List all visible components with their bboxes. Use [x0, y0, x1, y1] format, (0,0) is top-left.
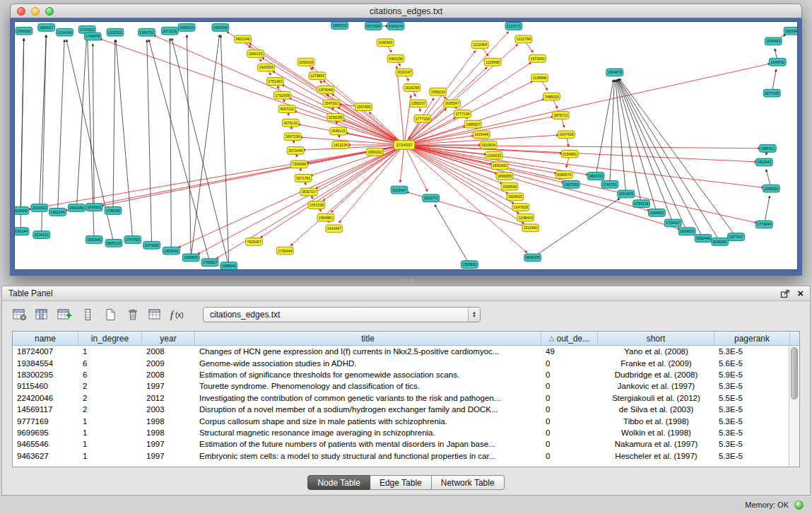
graph-node[interactable]: 1095426: [377, 39, 394, 47]
cell-pagerank[interactable]: 5.5E-5: [714, 394, 790, 402]
graph-node[interactable]: 1774049: [755, 221, 772, 228]
graph-node[interactable]: 1734427: [664, 219, 681, 227]
graph-edge[interactable]: [404, 145, 757, 223]
graph-node[interactable]: 1864052: [649, 209, 666, 216]
vertical-scrollbar[interactable]: [789, 346, 799, 467]
graph-edge[interactable]: [76, 37, 86, 208]
zoom-window-button[interactable]: [45, 7, 54, 16]
cell-in_degree[interactable]: 6: [78, 370, 142, 379]
cell-name[interactable]: 18300295: [13, 370, 78, 379]
graph-node[interactable]: 8096574: [555, 171, 572, 179]
cell-year[interactable]: 1998: [142, 417, 195, 426]
cell-out_de[interactable]: 0: [541, 452, 598, 460]
graph-node[interactable]: 1558237: [410, 100, 427, 107]
cell-short[interactable]: Dudbridge et al. (2008): [598, 370, 714, 379]
cell-year[interactable]: 2009: [142, 359, 195, 368]
graph-node[interactable]: 1413134: [332, 141, 349, 149]
table-row[interactable]: 1938455462009Genome-wide association stu…: [13, 357, 799, 368]
graph-node[interactable]: 1746751: [601, 180, 618, 188]
cell-year[interactable]: 2008: [142, 370, 195, 379]
graph-edge[interactable]: [404, 51, 476, 145]
graph-node[interactable]: 1747055: [124, 236, 141, 244]
graph-node[interactable]: 1607935: [563, 180, 579, 188]
graph-edge[interactable]: [369, 112, 404, 145]
graph-node[interactable]: 3073445: [287, 146, 304, 154]
graph-edge[interactable]: [220, 35, 229, 267]
graph-node[interactable]: 1547455: [355, 103, 372, 111]
graph-node[interactable]: 3607159: [284, 133, 301, 141]
table-row[interactable]: 911546021997Tourette syndrome. Phenomeno…: [13, 380, 799, 392]
cell-out_de[interactable]: 0: [541, 382, 598, 390]
column-visibility-icon[interactable]: [33, 305, 52, 324]
graph-node[interactable]: 1736444: [276, 247, 293, 255]
graph-node[interactable]: 1248419: [517, 214, 534, 221]
scrollbar-thumb[interactable]: [791, 347, 798, 399]
graph-node[interactable]: 1030295: [327, 114, 344, 122]
delete-column-icon[interactable]: [124, 305, 142, 324]
graph-node[interactable]: 1504925: [507, 193, 524, 201]
graph-node[interactable]: 1685927: [464, 120, 481, 128]
column-header-short[interactable]: short: [598, 332, 714, 345]
cell-name[interactable]: 19384554: [13, 359, 78, 368]
cell-title[interactable]: Corpus callosum shape and size in male p…: [195, 417, 541, 426]
cell-name[interactable]: 14569117: [13, 405, 78, 414]
graph-node[interactable]: 1602442: [755, 158, 772, 166]
graph-node[interactable]: 1777158: [414, 115, 431, 122]
graph-edge[interactable]: [619, 79, 720, 242]
cell-in_degree[interactable]: 1: [78, 440, 142, 448]
graph-edge[interactable]: [154, 35, 404, 145]
graph-node[interactable]: 3220147: [396, 69, 413, 76]
graph-node[interactable]: 1664879: [606, 69, 623, 76]
cell-in_degree[interactable]: 1: [78, 452, 142, 460]
graph-node[interactable]: 9277435: [763, 89, 780, 97]
graph-node[interactable]: 1973493: [529, 54, 546, 62]
cell-name[interactable]: 9777169: [13, 417, 78, 426]
cell-name[interactable]: 9699695: [13, 428, 78, 437]
graph-node[interactable]: 5572339: [365, 22, 382, 30]
cell-pagerank[interactable]: 5.6E-5: [714, 359, 790, 368]
graph-node[interactable]: 1055930: [763, 185, 779, 192]
graph-node[interactable]: 1513442: [522, 224, 539, 232]
graph-edge[interactable]: [187, 35, 191, 258]
cell-in_degree[interactable]: 1: [78, 347, 142, 356]
graph-node[interactable]: 1875713: [553, 112, 570, 119]
graph-edge[interactable]: [619, 78, 736, 237]
column-header-title[interactable]: title: [195, 332, 541, 345]
cell-pagerank[interactable]: 5.3E-5: [714, 405, 790, 414]
cell-pagerank[interactable]: 5.3E-5: [714, 347, 790, 356]
graph-node[interactable]: 1785827: [201, 259, 218, 267]
graph-edge[interactable]: [533, 199, 620, 258]
cell-year[interactable]: 1997: [142, 440, 195, 448]
cell-pagerank[interactable]: 5.3E-5: [714, 440, 790, 448]
cell-name[interactable]: 9465546: [13, 440, 78, 448]
graph-node[interactable]: 1416447: [326, 225, 343, 233]
cell-name[interactable]: 9115460: [13, 382, 78, 390]
cell-out_de[interactable]: 0: [541, 417, 598, 426]
graph-node[interactable]: 2099144: [15, 228, 29, 235]
close-window-button[interactable]: [17, 7, 25, 16]
cell-pagerank[interactable]: 5.3E-5: [714, 382, 790, 390]
graph-node[interactable]: 6961156: [387, 54, 404, 62]
graph-node[interactable]: 5905133: [105, 239, 122, 247]
table-row[interactable]: 2242004622012Investigating the contribut…: [13, 392, 799, 404]
table-row[interactable]: 1830029562008Estimation of significance …: [13, 369, 799, 380]
table-row[interactable]: 977716911998Corpus callosum shape and si…: [13, 415, 799, 426]
tab-node-table[interactable]: Node Table: [307, 475, 370, 490]
cell-year[interactable]: 2012: [142, 394, 195, 402]
graph-node[interactable]: 2125773: [505, 22, 522, 30]
graph-node[interactable]: 2260018: [298, 58, 314, 66]
table-row[interactable]: 1456911722003Disruption of a novel membe…: [13, 404, 799, 415]
cell-title[interactable]: Changes of HCN gene expression and I(f) …: [195, 347, 541, 356]
graph-node[interactable]: 1810634: [480, 141, 497, 149]
cell-short[interactable]: Franke et al. (2009): [598, 359, 714, 368]
graph-node[interactable]: 4067212: [278, 105, 295, 113]
graph-node[interactable]: 3671781: [295, 175, 312, 182]
cell-out_de[interactable]: 0: [541, 440, 598, 448]
graph-edge[interactable]: [338, 107, 404, 145]
graph-node[interactable]: 1212454: [471, 41, 488, 49]
graph-node[interactable]: 1616258: [404, 84, 420, 92]
graph-node[interactable]: 3830727: [300, 188, 317, 196]
graph-edge[interactable]: [147, 40, 152, 245]
graph-node[interactable]: 1626547: [444, 100, 461, 107]
table-settings-icon[interactable]: [11, 305, 29, 324]
